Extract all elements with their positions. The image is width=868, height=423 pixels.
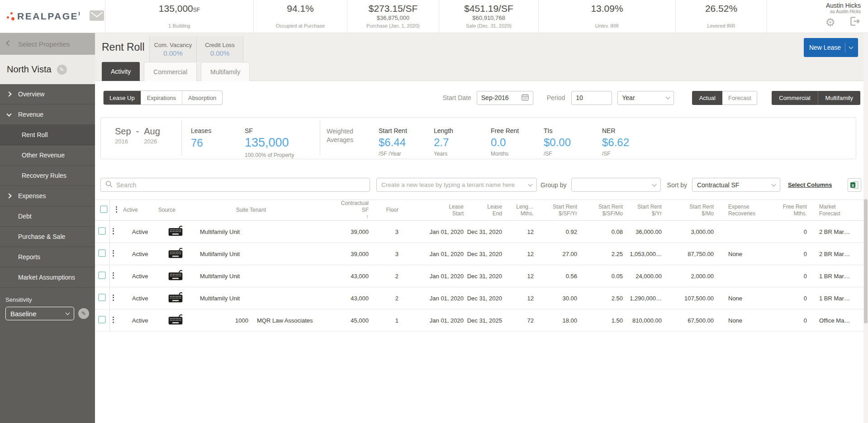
toggle-actual[interactable]: Actual <box>692 91 722 105</box>
cell-start-rent-yr: 1,290,000… <box>624 287 663 309</box>
scrollbar-thumb[interactable] <box>864 199 868 323</box>
col-header-contractual-sf[interactable]: ContractualSF ↑ <box>339 200 370 221</box>
col-header-floor[interactable]: Floor <box>370 200 400 221</box>
summary-metric-tis: TIs $0.00 /SF <box>544 127 571 157</box>
sf-sub-label: 100.00% of Property <box>245 152 294 158</box>
row-checkbox[interactable] <box>98 249 106 257</box>
search-input[interactable] <box>116 181 365 189</box>
cell-unit-type: Multifamily Unit <box>197 243 339 265</box>
toggle-commercial[interactable]: Commercial <box>772 91 817 105</box>
new-lease-button[interactable]: New Lease <box>804 38 858 57</box>
group-by-select[interactable] <box>571 178 661 192</box>
sidebar-item-recovery-rules[interactable]: Recovery Rules <box>0 166 95 186</box>
col-header-market-forecast[interactable]: MarketForecast <box>808 200 864 221</box>
keyboard-icon <box>166 247 185 259</box>
col-header-suite[interactable]: Suite <box>197 200 250 221</box>
sensitivity-select[interactable]: Baseline <box>5 307 74 320</box>
sidebar-item-expenses[interactable]: Expenses <box>0 186 95 206</box>
col-header-start-rent-sf-yr[interactable]: Start Rent$/SF/Yr <box>535 200 579 221</box>
cell-suite: 1000 <box>197 309 250 332</box>
segment-absorption[interactable]: Absorption <box>182 91 222 105</box>
summary-divider <box>181 121 182 156</box>
col-header-length-mths[interactable]: Leng…Mths. <box>503 200 535 221</box>
cell-contractual-sf: 45,000 <box>339 309 370 332</box>
row-select-cell <box>95 265 109 287</box>
cell-lease-start: Jan 01, 2020 <box>400 309 465 332</box>
col-header-active[interactable]: Active <box>123 200 158 221</box>
row-checkbox[interactable] <box>98 271 106 279</box>
search-icon <box>105 181 113 190</box>
sort-by-select[interactable]: Contractual SF <box>692 178 780 192</box>
segment-lease-up[interactable]: Lease Up <box>104 91 141 105</box>
row-checkbox[interactable] <box>98 227 106 235</box>
col-header-start-rent-mo[interactable]: Start Rent$/Mo <box>663 200 715 221</box>
logo-text: REALPAGE <box>17 10 78 22</box>
search-box <box>100 178 370 192</box>
col-header-start-rent-yr[interactable]: Start Rent$/Yr <box>624 200 663 221</box>
col-header-expense-recoveries[interactable]: ExpenseRecoveries <box>715 200 783 221</box>
logo-block: REALPAGE <box>0 0 105 33</box>
header-kebab-icon[interactable] <box>113 204 120 214</box>
sidebar-item-purchase-sale[interactable]: Purchase & Sale <box>0 227 95 247</box>
group-by-label: Group by <box>541 181 567 189</box>
sidebar-item-revenue[interactable]: Revenue <box>0 105 95 125</box>
sidebar-item-reports[interactable]: Reports <box>0 247 95 267</box>
row-checkbox[interactable] <box>98 294 106 301</box>
edit-sensitivity-icon[interactable]: ✎ <box>78 308 89 319</box>
cell-start-rent-sf-yr: 30.00 <box>535 287 579 309</box>
col-header-lease-end[interactable]: LeaseEnd <box>465 200 503 221</box>
leases-value: 76 <box>191 137 211 149</box>
select-properties-button[interactable]: Select Properties <box>0 33 95 55</box>
row-kebab-icon[interactable] <box>110 226 117 236</box>
toggle-multifamily[interactable]: Multifamily <box>818 91 860 105</box>
table-row[interactable]: Active Multifamily Unit39,0003Jan 01, 20… <box>95 243 864 265</box>
range-end-month: Aug <box>144 126 160 136</box>
col-header-start-rent-sf-mo[interactable]: Start Rent$/SF/Mo <box>579 200 624 221</box>
range-separator: - <box>136 126 139 145</box>
col-header-source[interactable]: Source <box>158 200 197 221</box>
gear-icon[interactable]: ⚙ <box>825 16 835 28</box>
sidebar-item-overview[interactable]: Overview <box>0 84 95 105</box>
vertical-scrollbar[interactable] <box>863 33 868 423</box>
calendar-icon[interactable] <box>522 94 529 102</box>
row-kebab-icon[interactable] <box>110 248 117 258</box>
kpi-value: 13.09% <box>591 3 623 14</box>
export-excel-button[interactable]: X <box>848 178 861 192</box>
sidebar-item-debt[interactable]: Debt <box>0 206 95 227</box>
select-all-checkbox[interactable] <box>100 205 108 213</box>
sidebar-item-other-revenue[interactable]: Other Revenue <box>0 145 95 166</box>
row-checkbox[interactable] <box>98 316 106 323</box>
period-input[interactable]: 10 <box>571 91 612 105</box>
period-unit-select[interactable]: Year <box>617 91 674 105</box>
tab-multifamily[interactable]: Multifamily <box>201 62 250 81</box>
sidebar-item-rent-roll[interactable]: Rent Roll <box>0 125 95 145</box>
mail-icon[interactable] <box>90 10 104 23</box>
cell-lease-end: Dec 31, 2020 <box>465 221 503 243</box>
tab-activity[interactable]: Activity <box>102 62 140 81</box>
sidebar-item-market-assumptions[interactable]: Market Assumptions <box>0 267 95 288</box>
col-header-lease-start[interactable]: LeaseStart <box>400 200 465 221</box>
row-kebab-icon[interactable] <box>110 270 117 280</box>
table-row[interactable]: Active Multifamily Unit39,0003Jan 01, 20… <box>95 221 864 243</box>
col-header-tenant[interactable]: Tenant <box>250 200 339 221</box>
segment-expirations[interactable]: Expirations <box>141 91 182 105</box>
table-row[interactable]: Active Multifamily Unit43,0002Jan 01, 20… <box>95 265 864 287</box>
chip-value: 0.00% <box>210 49 230 57</box>
cell-active: Active <box>123 265 158 287</box>
logout-icon[interactable] <box>849 15 861 29</box>
table-row[interactable]: Active 1000 MQR Law Associates45,0001Jan… <box>95 309 864 332</box>
select-columns-link[interactable]: Select Columns <box>788 181 832 188</box>
cell-active: Active <box>123 287 158 309</box>
tab-commercial[interactable]: Commercial <box>144 62 197 81</box>
toggle-forecast[interactable]: Forecast <box>722 91 757 105</box>
row-kebab-icon[interactable] <box>110 314 117 325</box>
col-header-free-rent-mths[interactable]: Free RentMths. <box>783 200 808 221</box>
create-lease-combobox[interactable]: Create a new lease by typing a tenant na… <box>376 178 537 192</box>
start-date-input[interactable]: Sep-2016 <box>477 91 533 105</box>
vacancy-chips: Com. Vacancy 0.00% Credit Loss 0.00% <box>149 36 243 62</box>
row-kebab-icon[interactable] <box>110 292 117 303</box>
table-row[interactable]: Active Multifamily Unit43,0002Jan 01, 20… <box>95 287 864 309</box>
cell-lease-start: Jan 01, 2020 <box>400 265 465 287</box>
cell-start-rent-sf-mo: 0.05 <box>579 265 624 287</box>
edit-property-icon[interactable]: ✎ <box>57 65 67 75</box>
